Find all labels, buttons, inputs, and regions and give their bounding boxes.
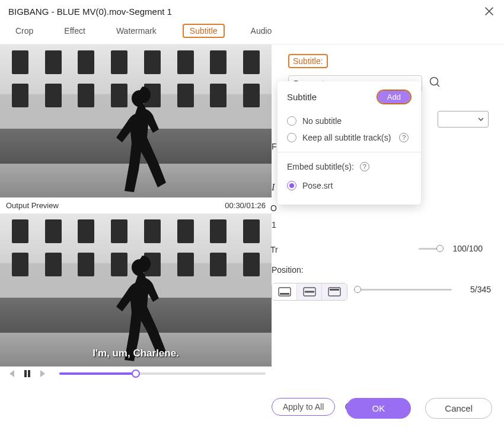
- obscured-field-i: I: [272, 182, 275, 193]
- tab-audio[interactable]: Audio: [246, 24, 277, 38]
- position-slider[interactable]: [356, 289, 452, 291]
- embed-subtitles-label: Embed subtitle(s):: [287, 162, 354, 171]
- chevron-down-icon: [477, 116, 484, 123]
- font-style-dropdown[interactable]: [438, 111, 489, 128]
- source-preview: [0, 44, 272, 197]
- seek-slider[interactable]: [59, 372, 266, 375]
- runner-silhouette: [114, 84, 167, 197]
- svg-rect-8: [330, 289, 339, 291]
- no-subtitle-label: No subtitle: [302, 116, 342, 126]
- position-middle-button[interactable]: [297, 283, 322, 300]
- transparency-slider[interactable]: [419, 248, 440, 250]
- rendered-subtitle-text: I'm, um, Charlene.: [0, 348, 272, 359]
- position-preset-group: [272, 283, 347, 301]
- playback-controls: [0, 367, 272, 378]
- subtitle-section-label: Subtitle:: [288, 54, 328, 68]
- position-value: 5/345: [460, 285, 491, 294]
- preview-column: Output Preview 00:30/01:26 I'm, um, Char…: [0, 44, 272, 378]
- svg-rect-1: [28, 370, 30, 377]
- subtitle-popup: Subtitle Add No subtitle Keep all subtit…: [277, 81, 421, 205]
- popup-title: Subtitle: [287, 92, 317, 102]
- window-title: BIGBANG - BLUE MV(0).mov-Segment 1: [8, 7, 172, 17]
- ok-button[interactable]: OK: [346, 398, 412, 419]
- tab-watermark[interactable]: Watermark: [111, 24, 161, 38]
- obscured-field-1: 1: [272, 220, 276, 230]
- svg-point-2: [430, 78, 438, 85]
- add-subtitle-button[interactable]: Add: [377, 90, 412, 104]
- output-preview-label: Output Preview: [6, 201, 59, 210]
- help-icon[interactable]: ?: [399, 133, 409, 142]
- svg-rect-6: [305, 291, 314, 293]
- pause-icon[interactable]: [23, 369, 32, 378]
- slider-thumb[interactable]: [354, 286, 361, 293]
- search-icon[interactable]: [428, 75, 441, 88]
- slider-thumb[interactable]: [436, 245, 444, 252]
- transparency-value: 100/100: [446, 244, 483, 253]
- close-icon[interactable]: [484, 6, 495, 17]
- position-label: Position:: [272, 265, 491, 275]
- tab-crop[interactable]: Crop: [11, 24, 38, 38]
- tab-subtitle[interactable]: Subtitle: [183, 24, 225, 38]
- radio-icon: [287, 133, 296, 142]
- radio-selected-icon: [287, 181, 296, 190]
- time-display: 00:30/01:26: [225, 201, 266, 210]
- position-top-button[interactable]: [322, 283, 347, 300]
- keep-all-label: Keep all subtitle track(s): [302, 133, 391, 142]
- position-bottom-button[interactable]: [272, 283, 297, 300]
- editor-tabs: Crop Effect Watermark Subtitle Audio: [0, 20, 504, 44]
- add-subtitle-label: Add: [378, 91, 410, 103]
- seek-thumb[interactable]: [132, 369, 140, 378]
- tab-effect[interactable]: Effect: [59, 24, 90, 38]
- cancel-button[interactable]: Cancel: [425, 398, 492, 419]
- svg-rect-4: [280, 293, 289, 295]
- step-forward-icon[interactable]: [39, 369, 49, 378]
- apply-to-all-button[interactable]: Apply to All: [272, 398, 335, 416]
- obscured-field-f: F: [272, 142, 277, 151]
- svg-rect-0: [24, 370, 27, 377]
- step-back-icon[interactable]: [6, 369, 15, 378]
- embed-file-label: Pose.srt: [302, 181, 333, 190]
- help-icon[interactable]: ?: [360, 162, 369, 171]
- obscured-field-o: O: [270, 203, 277, 213]
- output-preview: I'm, um, Charlene.: [0, 214, 272, 367]
- embed-file-option[interactable]: Pose.srt: [287, 177, 412, 194]
- keep-all-tracks-option[interactable]: Keep all subtitle track(s) ?: [287, 129, 412, 146]
- radio-icon: [287, 116, 296, 126]
- no-subtitle-option[interactable]: No subtitle: [287, 113, 412, 129]
